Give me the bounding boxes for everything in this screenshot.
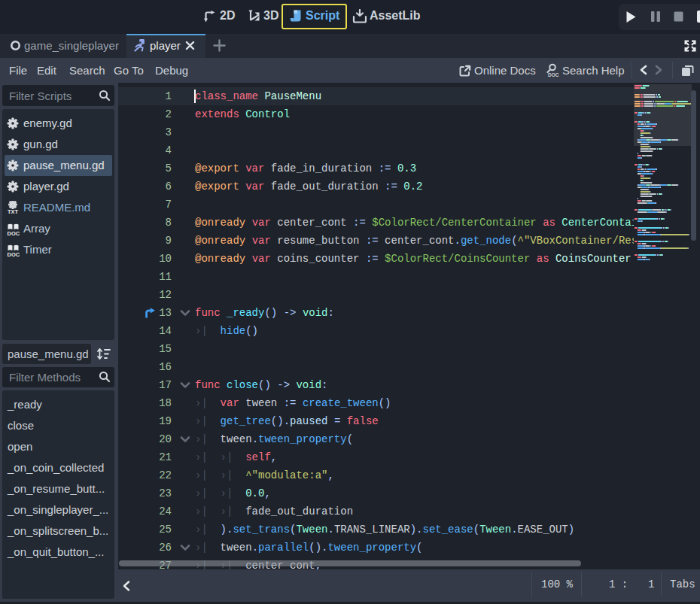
svg-text:TXT: TXT: [8, 208, 19, 214]
svg-text:DOC: DOC: [8, 251, 20, 257]
svg-text:DOC: DOC: [548, 72, 559, 77]
svg-text:DOC: DOC: [8, 230, 20, 236]
